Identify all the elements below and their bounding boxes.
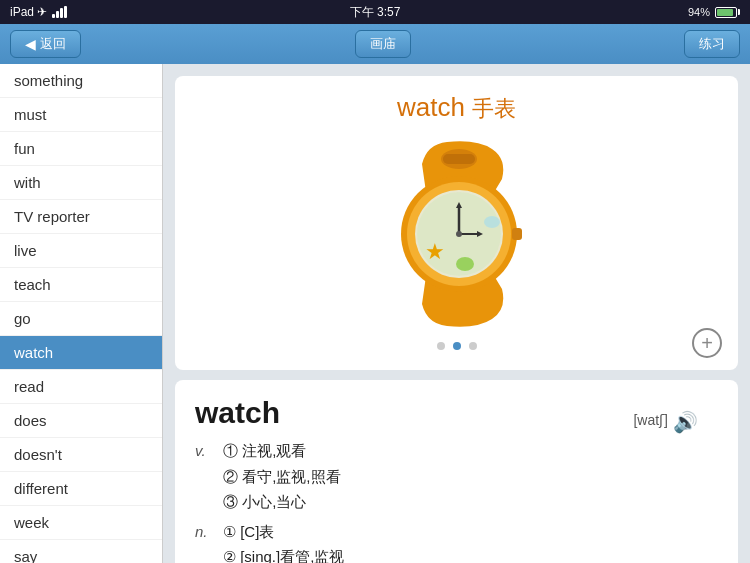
sidebar-item-something[interactable]: something bbox=[0, 64, 162, 98]
sidebar-item-go[interactable]: go bbox=[0, 302, 162, 336]
definition-word: watch bbox=[195, 396, 280, 429]
sidebar-item-different[interactable]: different bbox=[0, 472, 162, 506]
main-layout: somethingmustfunwithTV reporterliveteach… bbox=[0, 64, 750, 563]
phonetic-label: [watʃ] bbox=[633, 412, 668, 428]
status-bar-right: 94% bbox=[688, 6, 740, 18]
svg-point-13 bbox=[456, 257, 474, 271]
battery-pct: 94% bbox=[688, 6, 710, 18]
sidebar-item-fun[interactable]: fun bbox=[0, 132, 162, 166]
wifi-icon bbox=[52, 6, 67, 18]
svg-rect-1 bbox=[443, 154, 475, 164]
pagination bbox=[191, 342, 722, 350]
def-meanings: ① [C]表② [sing.]看管,监视 bbox=[223, 519, 344, 564]
sidebar: somethingmustfunwithTV reporterliveteach… bbox=[0, 64, 163, 563]
back-button[interactable]: ◀ 返回 bbox=[10, 30, 81, 58]
def-meaning-line: ③ 小心,当心 bbox=[223, 489, 341, 515]
speaker-button[interactable]: 🔊 bbox=[673, 410, 698, 434]
sidebar-item-tv-reporter[interactable]: TV reporter bbox=[0, 200, 162, 234]
plus-button[interactable]: + bbox=[692, 328, 722, 358]
def-meaning-line: ② 看守,监视,照看 bbox=[223, 464, 341, 490]
def-meaning-line: ① 注视,观看 bbox=[223, 438, 341, 464]
sidebar-item-say[interactable]: say bbox=[0, 540, 162, 563]
nav-bar: ◀ 返回 画庙 练习 bbox=[0, 24, 750, 64]
dot-2[interactable] bbox=[453, 342, 461, 350]
battery-icon bbox=[715, 7, 740, 18]
svg-point-11 bbox=[456, 231, 462, 237]
def-pos: n. bbox=[195, 519, 223, 564]
practice-button[interactable]: 练习 bbox=[684, 30, 740, 58]
def-meaning-line: ② [sing.]看管,监视 bbox=[223, 544, 344, 563]
def-meaning-line: ① [C]表 bbox=[223, 519, 344, 545]
sidebar-item-with[interactable]: with bbox=[0, 166, 162, 200]
card-word-title: watch 手表 bbox=[191, 92, 722, 124]
def-row-v: v.① 注视,观看② 看守,监视,照看③ 小心,当心 bbox=[195, 438, 718, 515]
content-area: watch 手表 bbox=[163, 64, 750, 563]
ipad-label: iPad ✈ bbox=[10, 5, 47, 19]
sidebar-item-does[interactable]: does bbox=[0, 404, 162, 438]
svg-point-12 bbox=[484, 216, 500, 228]
back-arrow-icon: ◀ bbox=[25, 36, 36, 52]
definition-table: v.① 注视,观看② 看守,监视,照看③ 小心,当心n.① [C]表② [sin… bbox=[195, 438, 718, 563]
def-meanings: ① 注视,观看② 看守,监视,照看③ 小心,当心 bbox=[223, 438, 341, 515]
sidebar-item-doesnt[interactable]: doesn't bbox=[0, 438, 162, 472]
svg-text:★: ★ bbox=[425, 239, 445, 264]
definition-card: watch [watʃ] 🔊 v.① 注视,观看② 看守,监视,照看③ 小心,当… bbox=[175, 380, 738, 563]
status-bar: iPad ✈ 下午 3:57 94% bbox=[0, 0, 750, 24]
status-bar-left: iPad ✈ bbox=[10, 5, 67, 19]
sidebar-item-week[interactable]: week bbox=[0, 506, 162, 540]
sidebar-item-must[interactable]: must bbox=[0, 98, 162, 132]
sidebar-item-live[interactable]: live bbox=[0, 234, 162, 268]
watch-svg: ★ bbox=[347, 134, 567, 334]
sidebar-item-read[interactable]: read bbox=[0, 370, 162, 404]
image-card: watch 手表 bbox=[175, 76, 738, 370]
dot-1[interactable] bbox=[437, 342, 445, 350]
sidebar-item-watch[interactable]: watch bbox=[0, 336, 162, 370]
back-label: 返回 bbox=[40, 35, 66, 53]
def-pos: v. bbox=[195, 438, 223, 515]
def-row-n: n.① [C]表② [sing.]看管,监视 bbox=[195, 519, 718, 564]
huamiao-button[interactable]: 画庙 bbox=[355, 30, 411, 58]
sidebar-item-teach[interactable]: teach bbox=[0, 268, 162, 302]
watch-illustration: ★ bbox=[191, 134, 722, 334]
dot-3[interactable] bbox=[469, 342, 477, 350]
status-bar-time: 下午 3:57 bbox=[350, 4, 401, 21]
card-word-en: watch bbox=[397, 92, 465, 122]
svg-rect-14 bbox=[512, 228, 522, 240]
